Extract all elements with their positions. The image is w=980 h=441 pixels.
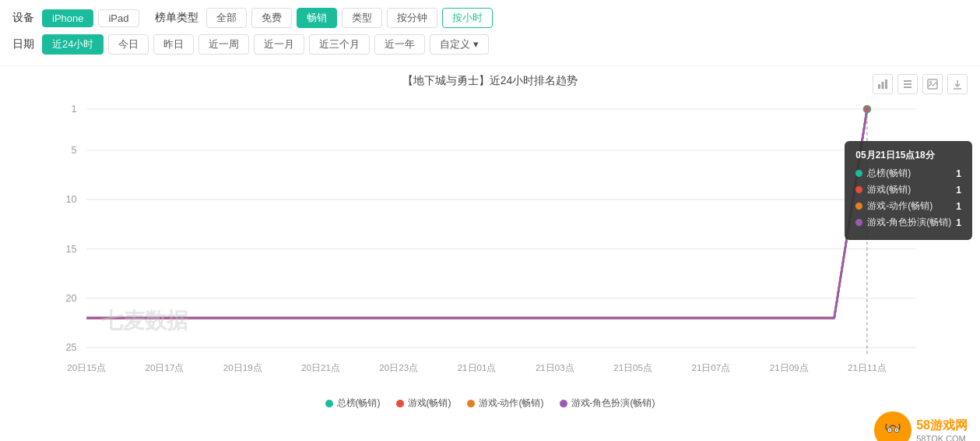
device-row: 设备 iPhone iPad 榜单类型 全部 免费 畅销 类型 按分钟 按小时 (12, 8, 968, 28)
svg-text:15: 15 (65, 244, 76, 255)
date-custom[interactable]: 自定义 ▾ (430, 34, 489, 55)
date-year[interactable]: 近一年 (374, 34, 425, 55)
svg-rect-4 (904, 83, 912, 85)
svg-text:5: 5 (71, 145, 76, 156)
chart-legend: 总榜(畅销) 游戏(畅销) 游戏-动作(畅销) 游戏-角色扮演(畅销) (8, 397, 972, 410)
svg-rect-6 (928, 79, 937, 89)
svg-rect-1 (882, 82, 884, 89)
svg-point-41 (896, 429, 897, 431)
tooltip-row-1: 游戏(畅销) 1 (855, 183, 961, 196)
brand-url: 58TQK.COM (916, 434, 968, 442)
svg-text:20日15点: 20日15点 (67, 362, 106, 372)
tooltip-dot-0 (855, 170, 862, 177)
legend-label-3: 游戏-角色扮演(畅销) (571, 397, 655, 410)
svg-text:20日21点: 20日21点 (301, 362, 340, 372)
legend-label-2: 游戏-动作(畅销) (479, 397, 544, 410)
svg-point-36 (865, 107, 869, 111)
svg-text:10: 10 (65, 194, 76, 205)
legend-dot-1 (396, 400, 404, 407)
svg-text:20: 20 (65, 293, 76, 304)
date-month[interactable]: 近一月 (254, 34, 304, 55)
filter-by-minute[interactable]: 按分钟 (387, 8, 437, 28)
brand-logo: 58游戏网 58TQK.COM (874, 411, 968, 441)
brand-name: 58游戏网 (916, 418, 968, 434)
brand-circle (874, 411, 912, 441)
svg-text:21日05点: 21日05点 (613, 362, 652, 372)
device-ipad[interactable]: iPad (98, 9, 139, 27)
tooltip-val-0: 1 (956, 168, 961, 179)
filter-all[interactable]: 全部 (206, 8, 247, 28)
chart-type-label: 榜单类型 (155, 11, 198, 25)
tooltip-row-0: 总榜(畅销) 1 (855, 167, 961, 180)
svg-text:25: 25 (65, 342, 76, 353)
bar-chart-icon[interactable] (873, 74, 893, 94)
tooltip-val-3: 1 (956, 217, 961, 228)
chart-container: 七麦数据 1 5 10 15 20 25 20日15点 20日17点 20日19… (23, 94, 980, 390)
legend-item-0: 总榜(畅销) (325, 397, 381, 410)
brand-icon (882, 419, 904, 441)
svg-text:21日01点: 21日01点 (458, 362, 497, 372)
svg-rect-3 (904, 80, 912, 82)
device-iphone[interactable]: iPhone (42, 9, 93, 27)
legend-dot-2 (467, 400, 475, 407)
filter-by-hour[interactable]: 按小时 (442, 8, 493, 28)
tooltip-time: 05月21日15点18分 (855, 149, 961, 162)
download-icon[interactable] (947, 74, 968, 94)
tooltip-row-3: 游戏-角色扮演(畅销) 1 (855, 216, 961, 229)
date-week[interactable]: 近一周 (198, 34, 249, 55)
svg-rect-2 (885, 79, 887, 89)
tooltip-dot-2 (855, 203, 862, 210)
tooltip-label-0: 总榜(畅销) (867, 167, 951, 180)
svg-text:20日17点: 20日17点 (146, 362, 184, 372)
chart-tooltip: 05月21日15点18分 总榜(畅销) 1 游戏(畅销) 1 游戏-动作(畅销)… (845, 141, 972, 240)
date-3month[interactable]: 近三个月 (309, 34, 370, 55)
legend-item-3: 游戏-角色扮演(畅销) (560, 397, 655, 410)
svg-text:21日09点: 21日09点 (770, 362, 809, 372)
filter-type[interactable]: 类型 (342, 8, 382, 28)
legend-dot-0 (325, 400, 333, 407)
svg-point-7 (929, 81, 932, 83)
filter-bestsell[interactable]: 畅销 (297, 8, 337, 28)
svg-point-39 (889, 429, 890, 431)
legend-label-0: 总榜(畅销) (337, 397, 381, 410)
tooltip-val-1: 1 (956, 185, 961, 196)
tooltip-row-2: 游戏-动作(畅销) 1 (855, 199, 961, 213)
legend-item-2: 游戏-动作(畅销) (467, 397, 544, 410)
chart-svg: 1 5 10 15 20 25 20日15点 20日17点 20日19点 20日… (23, 94, 980, 390)
filter-bar: 设备 iPhone iPad 榜单类型 全部 免费 畅销 类型 按分钟 按小时 … (0, 0, 980, 66)
svg-text:21日03点: 21日03点 (536, 362, 574, 372)
chart-area: 【地下城与勇士】近24小时排名趋势 七麦数据 1 5 10 15 20 25 (0, 66, 980, 441)
svg-text:21日11点: 21日11点 (848, 362, 887, 372)
svg-text:20日19点: 20日19点 (223, 362, 262, 372)
svg-text:21日07点: 21日07点 (691, 362, 730, 372)
tooltip-val-2: 1 (956, 201, 961, 212)
legend-label-1: 游戏(畅销) (408, 397, 451, 410)
date-24h[interactable]: 近24小时 (42, 34, 104, 55)
svg-rect-0 (878, 84, 880, 89)
date-row: 日期 近24小时 今日 昨日 近一周 近一月 近三个月 近一年 自定义 ▾ (12, 34, 968, 55)
svg-text:20日23点: 20日23点 (379, 362, 418, 372)
device-label: 设备 (12, 11, 34, 25)
tooltip-dot-3 (855, 219, 862, 226)
tooltip-dot-1 (855, 186, 862, 193)
chart-icon-group (873, 74, 968, 94)
legend-item-1: 游戏(畅销) (396, 397, 451, 410)
image-icon[interactable] (922, 74, 943, 94)
svg-text:1: 1 (71, 104, 76, 115)
tooltip-label-2: 游戏-动作(畅销) (867, 199, 951, 213)
tooltip-label-3: 游戏-角色扮演(畅销) (867, 216, 951, 229)
chart-title: 【地下城与勇士】近24小时排名趋势 (8, 74, 972, 88)
list-icon[interactable] (897, 74, 918, 94)
date-yesterday[interactable]: 昨日 (153, 34, 194, 55)
date-today[interactable]: 今日 (108, 34, 149, 55)
legend-dot-3 (560, 400, 567, 407)
filter-free[interactable]: 免费 (251, 8, 292, 28)
date-label: 日期 (12, 37, 34, 51)
svg-rect-5 (904, 86, 912, 88)
brand-text: 58游戏网 58TQK.COM (916, 418, 968, 442)
tooltip-label-1: 游戏(畅销) (867, 183, 951, 196)
